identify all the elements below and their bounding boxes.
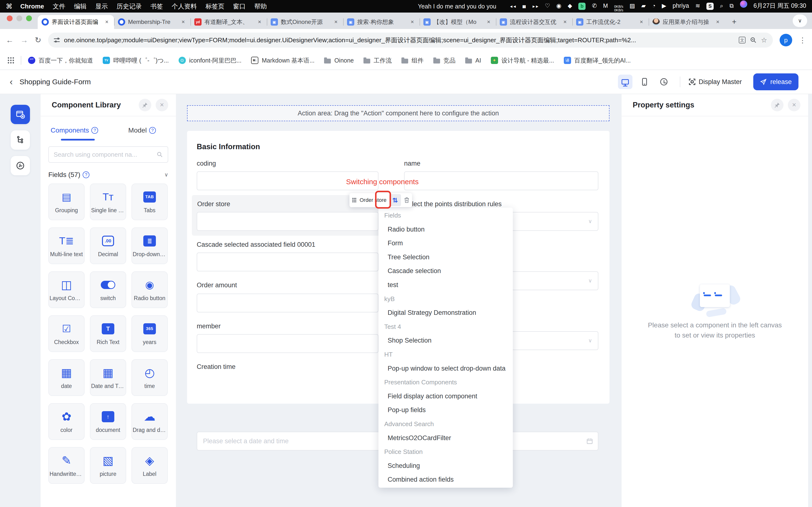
trash-icon[interactable]: [404, 197, 410, 203]
browser-tab[interactable]: 应用菜单介绍与操: [649, 15, 725, 29]
help-question-icon[interactable]: [91, 127, 98, 134]
bookmark-item[interactable]: TV 哔哩哔哩 (゜-゜)つ...: [103, 56, 169, 64]
drag-handle-icon[interactable]: [352, 198, 357, 203]
music-app-icon[interactable]: ◉: [556, 2, 561, 9]
rail-settings-button[interactable]: [11, 156, 30, 175]
accessibility-icon[interactable]: ◔: [652, 2, 656, 9]
tab-close-icon[interactable]: [485, 18, 492, 25]
bookmark-item[interactable]: ⊙ iconfont-阿里巴巴...: [179, 56, 242, 64]
dropdown-option[interactable]: Field display action component: [378, 389, 513, 403]
order-store-input[interactable]: [197, 212, 378, 231]
pin-icon[interactable]: [771, 99, 783, 111]
component-item[interactable]: ◴ time: [132, 359, 168, 396]
bookmark-item[interactable]: 工作流: [363, 56, 392, 64]
component-item[interactable]: ✿ color: [48, 403, 85, 440]
component-item[interactable]: ↑ document: [90, 403, 126, 440]
component-item[interactable]: ▤ Grouping: [48, 183, 85, 220]
spotlight-search-icon[interactable]: ⌕: [720, 2, 723, 9]
component-item[interactable]: ☁ Drag and drop...: [132, 403, 168, 440]
menu-item[interactable]: 标签页: [205, 3, 224, 10]
control-center-icon[interactable]: ⧉: [729, 2, 734, 9]
release-button[interactable]: release: [753, 73, 799, 90]
tab-close-icon[interactable]: [256, 18, 263, 25]
tab-close-icon[interactable]: [103, 18, 110, 25]
bookmark-item[interactable]: 爫 百度一下，你就知道: [28, 56, 93, 64]
browser-tab[interactable]: ▣ 搜索·构你想象: [343, 15, 419, 29]
tab-model[interactable]: Model: [108, 116, 176, 145]
zoom-minus-icon[interactable]: [750, 37, 757, 44]
browser-menu-icon[interactable]: [799, 36, 806, 44]
tab-close-icon[interactable]: [714, 18, 721, 25]
display-master-button[interactable]: Display Master: [689, 78, 742, 86]
dropdown-option[interactable]: Shop Selection: [378, 334, 513, 348]
bookmark-item[interactable]: 译 百度翻译_领先的AI...: [564, 56, 631, 64]
tab-close-icon[interactable]: [409, 18, 416, 25]
site-settings-icon[interactable]: [54, 38, 60, 43]
component-item[interactable]: ◫ Layout Contai...: [48, 271, 85, 308]
device-desktop-button[interactable]: [618, 74, 632, 89]
menu-app-name[interactable]: Chrome: [20, 3, 44, 10]
tab-close-icon[interactable]: [562, 18, 568, 25]
menu-item[interactable]: 帮助: [254, 3, 267, 10]
component-item[interactable]: T Rich Text: [90, 315, 126, 352]
component-item[interactable]: ◈ Label: [132, 447, 168, 484]
menu-item[interactable]: 历史记录: [116, 3, 142, 10]
fields-section-header[interactable]: Fields (57): [48, 171, 168, 179]
component-item[interactable]: 365 years: [132, 315, 168, 352]
browser-tab[interactable]: ▣ 工作流优化-2: [572, 15, 649, 29]
tab-close-icon[interactable]: [180, 18, 187, 25]
user-name[interactable]: phriya: [672, 2, 689, 9]
component-item[interactable]: ▦ Date and Time: [90, 359, 126, 396]
action-drop-area[interactable]: Action area: Drag the "Action" component…: [187, 105, 609, 121]
bookmark-item[interactable]: 竞品: [433, 56, 456, 64]
dropdown-option[interactable]: Pop-up window to select drop-down data: [378, 362, 513, 376]
window-close-button[interactable]: [7, 15, 12, 21]
browser-tab[interactable]: ▣ 流程设计器交互优: [496, 15, 572, 29]
component-search[interactable]: [48, 146, 168, 163]
dropdown-option[interactable]: Tree Selection: [378, 250, 513, 264]
order-amount-input[interactable]: [197, 294, 378, 313]
rail-outline-tree-button[interactable]: [11, 130, 30, 150]
apple-menu-icon[interactable]: ⌘: [6, 2, 12, 10]
dropdown-option[interactable]: Radio button: [378, 223, 513, 237]
cascade-input[interactable]: [197, 252, 378, 271]
profile-avatar[interactable]: p: [779, 34, 792, 46]
datetime[interactable]: 6月27日 周五 09:30: [754, 2, 806, 10]
pin-icon[interactable]: [139, 99, 151, 111]
dropdown-option[interactable]: Combined action fields: [378, 473, 513, 487]
component-item[interactable]: T≣ Multi-line text: [48, 227, 85, 264]
media-pause-icon[interactable]: ▮▮: [522, 4, 526, 9]
browser-tab[interactable]: 界面设计器页面编: [38, 15, 114, 29]
rail-component-library-button[interactable]: [11, 105, 30, 124]
media-previous-icon[interactable]: ◄◄: [509, 4, 516, 9]
siri-icon[interactable]: [740, 0, 747, 8]
tab-overflow-chevron-icon[interactable]: [793, 14, 807, 27]
s-app-icon[interactable]: S: [706, 3, 714, 10]
back-chevron-icon[interactable]: [10, 77, 13, 87]
component-item[interactable]: ≣ Drop-down ra...: [132, 227, 168, 264]
menu-item[interactable]: 个人资料: [171, 3, 197, 10]
apps-grid-icon[interactable]: [8, 57, 14, 63]
browser-tab[interactable]: yd 有道翻译_文本、: [191, 15, 267, 29]
browser-b-app-icon[interactable]: b: [578, 3, 586, 10]
media-next-icon[interactable]: ►►: [532, 4, 539, 9]
dropdown-option[interactable]: MetricsO2OCardFilter: [378, 431, 513, 445]
dropdown-option[interactable]: Digital Strategy Demonstration: [378, 306, 513, 320]
dropdown-option[interactable]: Scheduling: [378, 459, 513, 473]
component-item[interactable]: ☑ Checkbox: [48, 315, 85, 352]
switch-component-icon[interactable]: [389, 194, 401, 206]
component-item[interactable]: ▧ picture: [90, 447, 126, 484]
member-input[interactable]: [197, 334, 378, 353]
component-item[interactable]: switch: [90, 271, 126, 308]
menu-item[interactable]: 编辑: [74, 3, 87, 10]
tab-close-icon[interactable]: [638, 18, 645, 25]
help-question-icon[interactable]: [83, 171, 89, 178]
new-tab-button[interactable]: [728, 15, 741, 28]
history-button[interactable]: [657, 74, 671, 89]
collapse-chevron-icon[interactable]: [164, 172, 168, 178]
component-item[interactable]: ✎ Handwritten si...: [48, 447, 85, 484]
back-icon[interactable]: [6, 36, 13, 45]
play-circle-icon[interactable]: ▶: [662, 2, 666, 9]
menu-item[interactable]: 窗口: [233, 3, 246, 10]
bookmark-item[interactable]: 组件: [401, 56, 424, 64]
